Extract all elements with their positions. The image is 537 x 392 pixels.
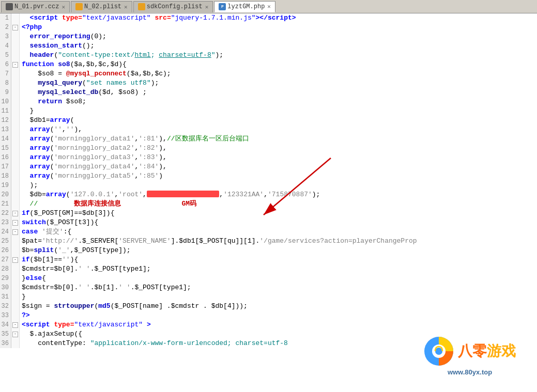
code-text-1[interactable]: <script type="text/javascript" src="jque…	[20, 13, 537, 23]
plist2-icon	[138, 3, 145, 10]
line-num-27: 27	[0, 255, 11, 264]
fold-27[interactable]: -	[11, 255, 20, 264]
tab-n02-close[interactable]: ✕	[124, 4, 128, 10]
code-line-5: 5 header("content-type:text/html; charse…	[0, 51, 537, 60]
fold-2[interactable]: -	[11, 23, 20, 32]
line-num-13: 13	[0, 125, 11, 134]
code-text-34[interactable]: <script type="text/javascript" >	[20, 320, 537, 330]
code-text-16[interactable]: array('morningglory_data3',':83'),	[20, 153, 537, 162]
code-text-10[interactable]: return $so8;	[20, 97, 537, 106]
code-line-23: 23 - switch($_POST[t3]){	[0, 218, 537, 227]
code-text-29[interactable]: }else{	[20, 274, 537, 283]
code-text-2[interactable]: <?php	[20, 23, 537, 32]
line-num-11: 11	[0, 106, 11, 116]
fold-7	[11, 69, 20, 79]
line-num-22: 22	[0, 209, 11, 218]
code-text-15[interactable]: array('morningglory_data2',':82'),	[20, 144, 537, 153]
tab-lyztgm-close[interactable]: ✕	[267, 3, 271, 10]
code-line-24: 24 - case '提交':{	[0, 227, 537, 237]
code-text-26[interactable]: $b=split('_',$_POST[type]);	[20, 246, 537, 255]
code-line-8: 8 mysql_query("set names utf8");	[0, 79, 537, 88]
line-num-20: 20	[0, 190, 11, 199]
fold-34[interactable]: -	[11, 320, 20, 330]
code-text-24[interactable]: case '提交':{	[20, 227, 537, 237]
fold-22[interactable]: -	[11, 209, 20, 218]
line-num-8: 8	[0, 79, 11, 88]
line-num-12: 12	[0, 116, 11, 125]
line-num-28: 28	[0, 264, 11, 274]
fold-23[interactable]: -	[11, 218, 20, 227]
fold-24[interactable]: -	[11, 227, 20, 237]
line-num-19: 19	[0, 181, 11, 190]
tab-sdkconfig-label: sdkConfig.plist	[147, 3, 203, 10]
tab-n02[interactable]: N_02.plist ✕	[71, 1, 132, 12]
fold-20	[11, 190, 20, 199]
code-text-30[interactable]: $cmdstr=$b[0].' '.$b[1].' '.$_POST[type1…	[20, 283, 537, 292]
code-line-7: 7 $so8 = @mysql_pconnect($a,$b,$c);	[0, 69, 537, 79]
code-text-3[interactable]: error_reporting(0);	[20, 32, 537, 41]
code-line-31: 31 }	[0, 292, 537, 302]
tab-sdkconfig-close[interactable]: ✕	[205, 4, 209, 10]
code-text-25[interactable]: $pat='http://'.$_SERVER['SERVER_NAME'].$…	[20, 237, 537, 246]
code-line-4: 4 session_start();	[0, 41, 537, 51]
code-text-14[interactable]: array('morningglory_data1',':81'),//区数据库…	[20, 134, 537, 144]
fold-19	[11, 181, 20, 190]
code-text-8[interactable]: mysql_query("set names utf8");	[20, 79, 537, 88]
app-window: N_01.pvr.ccz ✕ N_02.plist ✕ sdkConfig.pl…	[0, 0, 537, 392]
line-num-29: 29	[0, 274, 11, 283]
watermark-brand-text: 八零游戏	[458, 341, 516, 361]
code-text-23[interactable]: switch($_POST[t3]){	[20, 218, 537, 227]
code-text-6[interactable]: function so8($a,$b,$c,$d){	[20, 60, 537, 69]
fold-25	[11, 237, 20, 246]
code-text-5[interactable]: header("content-type:text/html; charset=…	[20, 51, 537, 60]
fold-16	[11, 153, 20, 162]
line-num-35: 35	[0, 330, 11, 339]
fold-6[interactable]: -	[11, 60, 20, 69]
line-num-24: 24	[0, 227, 11, 237]
code-text-11[interactable]: }	[20, 106, 537, 116]
code-line-13: 13 array('',''),	[0, 125, 537, 134]
tab-lyztgm[interactable]: P lyztGM.php ✕	[214, 1, 275, 12]
code-text-32[interactable]: $sign = strtoupper(md5($_POST[name] .$cm…	[20, 302, 537, 311]
code-text-20[interactable]: $db=array('127.0.0.1','root', ,'123321AA…	[20, 190, 537, 199]
code-text-21[interactable]: // 数据库连接信息 GM码	[20, 199, 537, 209]
tab-n01-pvr[interactable]: N_01.pvr.ccz ✕	[1, 1, 70, 12]
line-num-10: 10	[0, 97, 11, 106]
line-num-36: 36	[0, 339, 11, 348]
tab-sdkconfig[interactable]: sdkConfig.plist ✕	[133, 1, 213, 12]
brand-xi: 戏	[501, 343, 516, 359]
code-line-25: 25 $pat='http://'.$_SERVER['SERVER_NAME'…	[0, 237, 537, 246]
logo-icon	[424, 336, 454, 366]
code-text-27[interactable]: if($b[1]==''){	[20, 255, 537, 264]
brand-ling: 零	[472, 343, 487, 359]
code-text-12[interactable]: $db1=array(	[20, 116, 537, 125]
tab-n01-close[interactable]: ✕	[62, 4, 65, 10]
code-text-28[interactable]: $cmdstr=$b[0].' '.$_POST[type1];	[20, 264, 537, 274]
fold-9	[11, 88, 20, 97]
code-text-33[interactable]: ?>	[20, 311, 537, 320]
fold-12	[11, 116, 20, 125]
code-line-20: 20 $db=array('127.0.0.1','root', ,'12332…	[0, 190, 537, 199]
code-line-10: 10 return $so8;	[0, 97, 537, 106]
code-text-13[interactable]: array('',''),	[20, 125, 537, 134]
code-line-32: 32 $sign = strtoupper(md5($_POST[name] .…	[0, 302, 537, 311]
code-text-17[interactable]: array('morningglory_data4',':84'),	[20, 162, 537, 171]
fold-29	[11, 274, 20, 283]
code-line-3: 3 error_reporting(0);	[0, 32, 537, 41]
code-text-4[interactable]: session_start();	[20, 41, 537, 51]
code-text-18[interactable]: array('morningglory_data5',':85')	[20, 171, 537, 181]
code-text-22[interactable]: if($_POST[GM]==$db[3]){	[20, 209, 537, 218]
code-line-9: 9 mysql_select_db($d, $so8) ;	[0, 88, 537, 97]
fold-8	[11, 79, 20, 88]
code-text-31[interactable]: }	[20, 292, 537, 302]
tab-lyztgm-label: lyztGM.php	[227, 3, 265, 10]
code-text-19[interactable]: );	[20, 181, 537, 190]
line-num-2: 2	[0, 23, 11, 32]
line-num-21: 21	[0, 199, 11, 209]
code-text-9[interactable]: mysql_select_db($d, $so8) ;	[20, 88, 537, 97]
fold-33	[11, 311, 20, 320]
code-text-7[interactable]: $so8 = @mysql_pconnect($a,$b,$c);	[20, 69, 537, 79]
fold-18	[11, 171, 20, 181]
tab-n02-label: N_02.plist	[84, 3, 121, 10]
fold-35[interactable]: -	[11, 330, 20, 339]
